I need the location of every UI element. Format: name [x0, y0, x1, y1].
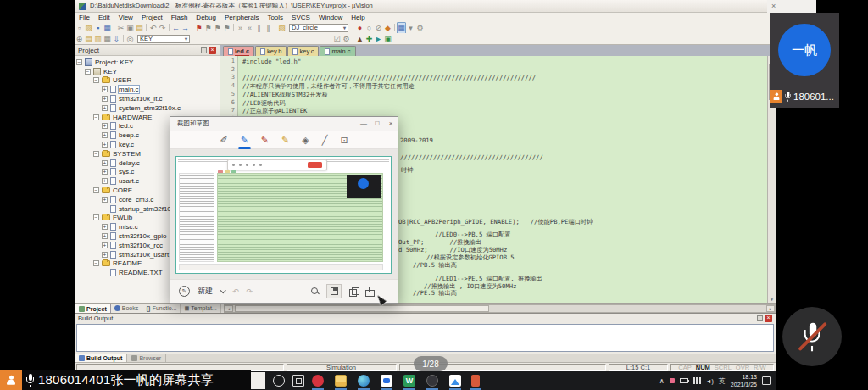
nav-back-icon[interactable]: ← [171, 23, 181, 33]
paste-icon[interactable]: ▤ [135, 23, 144, 33]
bookmark-prev-icon[interactable]: ⚑ [203, 23, 213, 33]
ruler-icon[interactable]: ╱ [322, 134, 328, 146]
menu-tools[interactable]: Tools [263, 14, 287, 21]
pin-icon[interactable] [757, 315, 763, 321]
nav-forward-icon[interactable]: → [181, 23, 190, 33]
input-language[interactable]: 英 [719, 376, 726, 386]
menu-help[interactable]: Help [347, 14, 369, 21]
undo-icon[interactable]: ↶ [232, 287, 239, 296]
menu-file[interactable]: File [75, 14, 94, 21]
start-button[interactable] [251, 372, 265, 389]
wps-icon[interactable]: W [403, 375, 415, 387]
meeting-app-icon[interactable] [381, 375, 392, 387]
menu-project[interactable]: Project [137, 14, 167, 21]
flash-options-icon[interactable]: ☑ [332, 34, 342, 44]
build-icon[interactable]: ▤ [84, 34, 93, 44]
rebuild-icon[interactable]: ▥ [93, 34, 103, 44]
collapse-icon[interactable] [93, 214, 99, 220]
expand-icon[interactable] [102, 178, 108, 184]
tree-item-target[interactable]: KEY [75, 67, 220, 76]
bookmark-icon[interactable]: ⚑ [194, 23, 203, 33]
mute-button[interactable] [782, 307, 842, 366]
redo-icon[interactable]: ↷ [247, 287, 253, 296]
redo-icon[interactable]: ↷ [158, 23, 167, 33]
expand-icon[interactable] [102, 86, 108, 92]
network-icon[interactable] [693, 377, 701, 384]
tree-item-root[interactable]: Project: KEY [75, 58, 220, 67]
find-in-files-icon[interactable]: ▨ [277, 23, 287, 33]
eraser-icon[interactable]: ◈ [302, 134, 309, 146]
batch-build-icon[interactable]: ▦ [103, 34, 112, 44]
manage-run-env-icon[interactable]: ▲ [355, 34, 364, 44]
collapse-icon[interactable] [93, 187, 99, 193]
outdent-icon[interactable]: « [245, 23, 254, 33]
collapse-icon[interactable] [93, 260, 99, 266]
breakpoint-kill-icon[interactable]: ⊘ [374, 23, 383, 33]
bookmark-next-icon[interactable]: ⚑ [213, 23, 222, 33]
close-icon[interactable]: × [209, 47, 216, 54]
action-center-icon[interactable] [762, 376, 771, 385]
collapse-icon[interactable] [93, 114, 99, 120]
ballpoint-pen-icon[interactable]: ✎ [241, 134, 248, 146]
menu-svcs[interactable]: SVCS [287, 14, 314, 21]
tab-key-h[interactable]: key.h [255, 46, 287, 56]
crop-icon[interactable]: ⊡ [340, 134, 348, 146]
menu-flash[interactable]: Flash [167, 14, 192, 21]
clock[interactable]: 18:13 2021/1/25 [731, 373, 757, 388]
minimize-icon[interactable]: — [357, 118, 370, 130]
cortana-icon[interactable] [273, 375, 285, 387]
expand-icon[interactable] [102, 105, 108, 111]
target-icon[interactable]: ◎ [125, 34, 135, 44]
copy-icon[interactable]: ▣ [125, 23, 135, 33]
participant-thumbnail[interactable]: 一帆 180601... [770, 13, 839, 108]
scroll-left-icon[interactable]: ◂ [225, 305, 233, 312]
window-layout-icon[interactable]: ▦ [397, 22, 406, 34]
scroll-right-icon[interactable]: ▸ [766, 305, 775, 312]
menu-view[interactable]: View [114, 14, 137, 21]
breakpoint-disable-icon[interactable]: ○ [364, 23, 374, 33]
horizontal-scrollbar[interactable]: ◂ ▸ [224, 304, 776, 313]
music-app-icon[interactable] [312, 375, 324, 387]
browser-app-icon[interactable] [426, 375, 438, 387]
expand-icon[interactable] [102, 197, 108, 203]
pencil-icon[interactable]: ✎ [261, 134, 269, 146]
expand-icon[interactable] [102, 132, 108, 138]
tab-project[interactable]: Project [75, 304, 111, 313]
bookmark-clear-icon[interactable]: ⚑ [222, 23, 231, 33]
tab-led-c[interactable]: led.c [223, 46, 254, 56]
configure-target-icon[interactable]: ⚙ [342, 34, 351, 44]
translate-icon[interactable]: ⊕ [75, 34, 84, 44]
tab-build-output[interactable]: Build Output [75, 354, 127, 362]
collapse-icon[interactable] [93, 151, 99, 157]
battery-icon[interactable] [680, 378, 688, 383]
new-snip-button[interactable]: 新建 [198, 286, 213, 297]
manage-items-icon[interactable]: ✚ [364, 34, 374, 44]
pin-icon[interactable] [201, 47, 207, 53]
tree-item-file[interactable]: main.c [75, 85, 220, 94]
layout-dropdown-icon[interactable]: ▾ [406, 23, 415, 33]
tab-books[interactable]: Books [111, 304, 142, 313]
tab-key-c[interactable]: key.c [287, 46, 319, 56]
expand-icon[interactable] [102, 96, 108, 102]
expand-icon[interactable] [102, 224, 108, 230]
tree-item-file[interactable]: system_stm32f10x.c [75, 103, 220, 113]
menu-peripherals[interactable]: Peripherals [220, 14, 263, 21]
target-combo[interactable]: KEY▾ [137, 35, 190, 43]
collapse-icon[interactable] [93, 77, 99, 83]
expand-icon[interactable] [102, 160, 108, 166]
close-icon[interactable]: × [765, 315, 772, 322]
breakpoint-icon[interactable]: ● [355, 23, 364, 33]
expand-icon[interactable] [102, 169, 108, 175]
tab-browser[interactable]: Browser [127, 354, 166, 362]
highlighter-icon[interactable]: ✎ [281, 134, 289, 146]
chevron-down-icon[interactable] [220, 287, 226, 293]
scroll-down-icon[interactable]: ▼ [768, 297, 776, 302]
volume-icon[interactable]: ◄) [706, 378, 714, 384]
expand-icon[interactable] [102, 123, 108, 129]
indent-icon[interactable]: » [236, 23, 245, 33]
debug-start-icon[interactable]: ► [374, 34, 383, 44]
save-all-icon[interactable]: ▦ [103, 23, 112, 33]
tab-main-c[interactable]: main.c [320, 46, 355, 56]
netdisk-icon[interactable] [449, 375, 461, 387]
share-icon[interactable] [365, 287, 374, 296]
